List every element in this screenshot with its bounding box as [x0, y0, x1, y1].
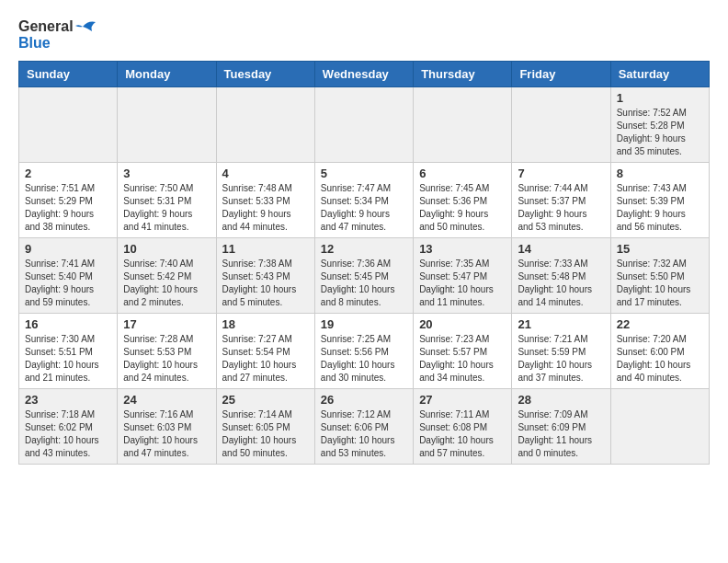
- calendar-cell: 24Sunrise: 7:16 AM Sunset: 6:03 PM Dayli…: [118, 388, 216, 464]
- day-number: 27: [419, 393, 506, 407]
- day-number: 9: [25, 242, 111, 256]
- logo-bird-icon: [75, 18, 96, 35]
- calendar-cell: 3Sunrise: 7:50 AM Sunset: 5:31 PM Daylig…: [118, 162, 216, 237]
- day-info: Sunrise: 7:41 AM Sunset: 5:40 PM Dayligh…: [25, 258, 111, 309]
- header-thursday: Thursday: [414, 61, 512, 86]
- day-info: Sunrise: 7:50 AM Sunset: 5:31 PM Dayligh…: [123, 182, 210, 234]
- calendar-table: SundayMondayTuesdayWednesdayThursdayFrid…: [18, 61, 710, 465]
- calendar-cell: 4Sunrise: 7:48 AM Sunset: 5:33 PM Daylig…: [216, 162, 314, 237]
- header-tuesday: Tuesday: [216, 61, 314, 86]
- day-number: 13: [419, 242, 506, 256]
- calendar-cell: 15Sunrise: 7:32 AM Sunset: 5:50 PM Dayli…: [610, 237, 709, 313]
- day-info: Sunrise: 7:28 AM Sunset: 5:53 PM Dayligh…: [123, 333, 210, 385]
- calendar-header-row: SundayMondayTuesdayWednesdayThursdayFrid…: [19, 61, 710, 86]
- day-number: 7: [518, 167, 604, 180]
- calendar-cell: 17Sunrise: 7:28 AM Sunset: 5:53 PM Dayli…: [118, 313, 216, 388]
- calendar-cell: 7Sunrise: 7:44 AM Sunset: 5:37 PM Daylig…: [512, 162, 610, 237]
- day-number: 12: [321, 242, 407, 256]
- day-number: 26: [321, 393, 407, 407]
- week-row-0: 1Sunrise: 7:52 AM Sunset: 5:28 PM Daylig…: [19, 86, 710, 162]
- week-row-4: 23Sunrise: 7:18 AM Sunset: 6:02 PM Dayli…: [19, 388, 710, 464]
- day-info: Sunrise: 7:27 AM Sunset: 5:54 PM Dayligh…: [222, 333, 309, 385]
- day-number: 4: [222, 167, 309, 180]
- week-row-2: 9Sunrise: 7:41 AM Sunset: 5:40 PM Daylig…: [19, 237, 710, 313]
- day-info: Sunrise: 7:20 AM Sunset: 6:00 PM Dayligh…: [617, 333, 703, 385]
- calendar-cell: [512, 86, 610, 162]
- day-number: 10: [123, 242, 210, 256]
- day-info: Sunrise: 7:18 AM Sunset: 6:02 PM Dayligh…: [25, 408, 111, 460]
- calendar-cell: 2Sunrise: 7:51 AM Sunset: 5:29 PM Daylig…: [19, 162, 118, 237]
- day-number: 15: [617, 242, 703, 256]
- day-info: Sunrise: 7:14 AM Sunset: 6:05 PM Dayligh…: [222, 408, 309, 460]
- day-number: 19: [321, 317, 407, 331]
- day-info: Sunrise: 7:51 AM Sunset: 5:29 PM Dayligh…: [25, 182, 111, 234]
- calendar-cell: [216, 86, 314, 162]
- logo-blue-text: Blue: [18, 35, 96, 52]
- calendar-cell: 16Sunrise: 7:30 AM Sunset: 5:51 PM Dayli…: [19, 313, 118, 388]
- day-number: 21: [518, 317, 604, 331]
- header-wednesday: Wednesday: [314, 61, 413, 86]
- calendar-cell: [414, 86, 512, 162]
- logo-general-text: General: [18, 18, 74, 35]
- day-number: 25: [222, 393, 309, 407]
- day-number: 17: [123, 317, 210, 331]
- day-info: Sunrise: 7:35 AM Sunset: 5:47 PM Dayligh…: [419, 258, 506, 309]
- calendar-cell: [19, 86, 118, 162]
- logo: General Blue: [18, 18, 96, 52]
- header-sunday: Sunday: [19, 61, 118, 86]
- calendar-cell: 5Sunrise: 7:47 AM Sunset: 5:34 PM Daylig…: [314, 162, 413, 237]
- day-info: Sunrise: 7:45 AM Sunset: 5:36 PM Dayligh…: [419, 182, 506, 234]
- calendar-cell: 14Sunrise: 7:33 AM Sunset: 5:48 PM Dayli…: [512, 237, 610, 313]
- calendar-cell: 1Sunrise: 7:52 AM Sunset: 5:28 PM Daylig…: [610, 86, 709, 162]
- day-number: 22: [617, 317, 703, 331]
- day-info: Sunrise: 7:43 AM Sunset: 5:39 PM Dayligh…: [617, 182, 703, 234]
- day-info: Sunrise: 7:12 AM Sunset: 6:06 PM Dayligh…: [321, 408, 407, 460]
- day-info: Sunrise: 7:25 AM Sunset: 5:56 PM Dayligh…: [321, 333, 407, 385]
- day-number: 3: [123, 167, 210, 180]
- calendar-cell: [314, 86, 413, 162]
- header: General Blue: [18, 18, 710, 52]
- day-info: Sunrise: 7:44 AM Sunset: 5:37 PM Dayligh…: [518, 182, 604, 234]
- day-info: Sunrise: 7:32 AM Sunset: 5:50 PM Dayligh…: [617, 258, 703, 309]
- day-info: Sunrise: 7:30 AM Sunset: 5:51 PM Dayligh…: [25, 333, 111, 385]
- day-number: 11: [222, 242, 309, 256]
- calendar-cell: 6Sunrise: 7:45 AM Sunset: 5:36 PM Daylig…: [414, 162, 512, 237]
- day-number: 14: [518, 242, 604, 256]
- header-friday: Friday: [512, 61, 610, 86]
- day-number: 20: [419, 317, 506, 331]
- day-info: Sunrise: 7:11 AM Sunset: 6:08 PM Dayligh…: [419, 408, 506, 460]
- day-number: 8: [617, 167, 703, 180]
- calendar-cell: 18Sunrise: 7:27 AM Sunset: 5:54 PM Dayli…: [216, 313, 314, 388]
- calendar-cell: [610, 388, 709, 464]
- calendar-cell: 28Sunrise: 7:09 AM Sunset: 6:09 PM Dayli…: [512, 388, 610, 464]
- day-info: Sunrise: 7:33 AM Sunset: 5:48 PM Dayligh…: [518, 258, 604, 309]
- calendar-cell: 25Sunrise: 7:14 AM Sunset: 6:05 PM Dayli…: [216, 388, 314, 464]
- day-number: 28: [518, 393, 604, 407]
- day-info: Sunrise: 7:47 AM Sunset: 5:34 PM Dayligh…: [321, 182, 407, 234]
- calendar-cell: 26Sunrise: 7:12 AM Sunset: 6:06 PM Dayli…: [314, 388, 413, 464]
- day-number: 6: [419, 167, 506, 180]
- day-info: Sunrise: 7:52 AM Sunset: 5:28 PM Dayligh…: [617, 107, 703, 158]
- calendar-cell: [118, 86, 216, 162]
- calendar-cell: 27Sunrise: 7:11 AM Sunset: 6:08 PM Dayli…: [414, 388, 512, 464]
- logo-container: General Blue: [18, 18, 96, 52]
- day-number: 16: [25, 317, 111, 331]
- day-info: Sunrise: 7:36 AM Sunset: 5:45 PM Dayligh…: [321, 258, 407, 309]
- calendar-cell: 23Sunrise: 7:18 AM Sunset: 6:02 PM Dayli…: [19, 388, 118, 464]
- day-number: 5: [321, 167, 407, 180]
- day-number: 2: [25, 167, 111, 180]
- day-info: Sunrise: 7:23 AM Sunset: 5:57 PM Dayligh…: [419, 333, 506, 385]
- day-info: Sunrise: 7:16 AM Sunset: 6:03 PM Dayligh…: [123, 408, 210, 460]
- calendar-cell: 10Sunrise: 7:40 AM Sunset: 5:42 PM Dayli…: [118, 237, 216, 313]
- week-row-1: 2Sunrise: 7:51 AM Sunset: 5:29 PM Daylig…: [19, 162, 710, 237]
- day-number: 23: [25, 393, 111, 407]
- calendar-cell: 12Sunrise: 7:36 AM Sunset: 5:45 PM Dayli…: [314, 237, 413, 313]
- calendar-cell: 13Sunrise: 7:35 AM Sunset: 5:47 PM Dayli…: [414, 237, 512, 313]
- calendar-cell: 11Sunrise: 7:38 AM Sunset: 5:43 PM Dayli…: [216, 237, 314, 313]
- day-info: Sunrise: 7:21 AM Sunset: 5:59 PM Dayligh…: [518, 333, 604, 385]
- day-number: 1: [617, 91, 703, 105]
- day-info: Sunrise: 7:40 AM Sunset: 5:42 PM Dayligh…: [123, 258, 210, 309]
- day-number: 24: [123, 393, 210, 407]
- calendar-cell: 22Sunrise: 7:20 AM Sunset: 6:00 PM Dayli…: [610, 313, 709, 388]
- day-number: 18: [222, 317, 309, 331]
